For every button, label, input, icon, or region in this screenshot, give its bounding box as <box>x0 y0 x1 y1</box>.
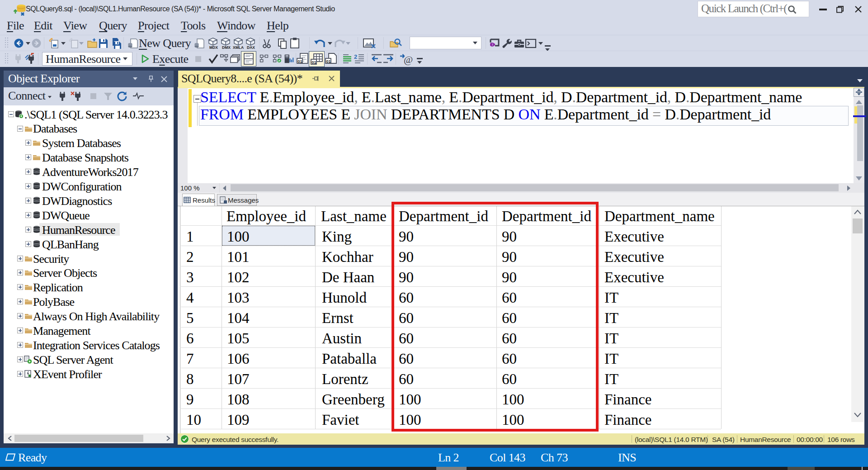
svg-text:MDX: MDX <box>209 45 218 50</box>
svg-text:01: 01 <box>298 59 302 64</box>
svg-text:@: @ <box>404 54 413 65</box>
svg-text:01: 01 <box>326 59 331 64</box>
svg-text:XMLA: XMLA <box>233 45 244 50</box>
svg-text:DAX: DAX <box>247 45 255 50</box>
svg-text:01: 01 <box>312 60 316 65</box>
svg-text:2: 2 <box>354 53 357 60</box>
svg-text:DMX: DMX <box>222 45 231 50</box>
